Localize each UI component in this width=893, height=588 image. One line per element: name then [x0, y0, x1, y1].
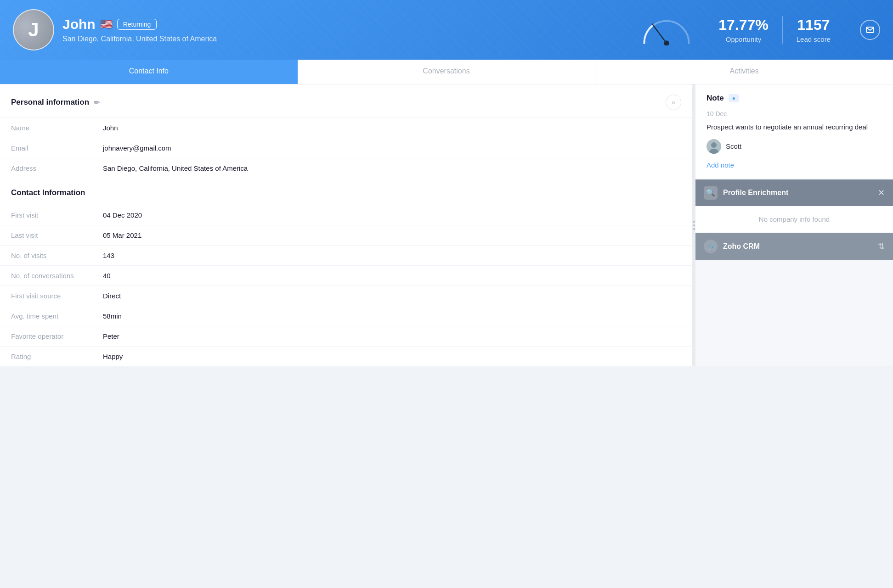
- tab-activities[interactable]: Activities: [595, 60, 893, 84]
- avatar: J: [13, 9, 54, 50]
- enrichment-header-left: 🔍 Profile Enrichment: [704, 186, 788, 200]
- personal-info-table: Name John Email johnavery@gmail.com Addr…: [0, 118, 692, 178]
- field-value: 05 Mar 2021: [92, 225, 692, 246]
- field-value: John: [92, 118, 692, 138]
- note-section: Note ● 10 Dec Prospect wants to negotiat…: [695, 84, 893, 179]
- opportunity-label: Opportunity: [718, 35, 769, 43]
- profile-enrichment-section: 🔍 Profile Enrichment ✕ No company info f…: [695, 179, 893, 232]
- field-value: Happy: [92, 347, 692, 367]
- enrichment-icon: 🔍: [704, 186, 718, 200]
- field-value: 40: [92, 266, 692, 286]
- field-label: Address: [0, 158, 92, 179]
- field-value: San Diego, California, United States of …: [92, 158, 692, 179]
- field-label: No. of conversations: [0, 266, 92, 286]
- flag-icon: 🇺🇸: [100, 18, 113, 30]
- note-badge: ●: [729, 94, 739, 102]
- header-stats: 17.77% Opportunity 1157 Lead score: [705, 16, 844, 44]
- resize-handle[interactable]: [693, 84, 695, 366]
- main-layout: Personal information ✏ » Name John Email…: [0, 84, 893, 366]
- table-row: First visit 04 Dec 2020: [0, 205, 692, 225]
- svg-line-0: [652, 24, 667, 43]
- opportunity-stat: 17.77% Opportunity: [705, 17, 782, 43]
- zoho-crm-section: 🔗 Zoho CRM ⇅: [695, 233, 893, 260]
- field-label: First visit source: [0, 286, 92, 306]
- enrichment-title: Profile Enrichment: [723, 189, 788, 197]
- enrichment-header[interactable]: 🔍 Profile Enrichment ✕: [695, 179, 893, 206]
- zoho-header[interactable]: 🔗 Zoho CRM ⇅: [695, 233, 893, 260]
- note-author: Scott: [706, 139, 882, 154]
- zoho-expand-icon: ⇅: [878, 241, 885, 252]
- right-panel: Note ● 10 Dec Prospect wants to negotiat…: [695, 84, 893, 366]
- tabs-bar: Contact Info Conversations Activities: [0, 60, 893, 84]
- lead-score-label: Lead score: [797, 35, 831, 43]
- left-panel: Personal information ✏ » Name John Email…: [0, 84, 693, 366]
- table-row: Email johnavery@gmail.com: [0, 138, 692, 158]
- field-label: No. of visits: [0, 246, 92, 266]
- opportunity-gauge: [637, 14, 696, 45]
- field-label: Name: [0, 118, 92, 138]
- lead-score-value: 1157: [797, 17, 831, 34]
- svg-point-4: [711, 142, 717, 148]
- table-row: Avg. time spent 58min: [0, 306, 692, 326]
- field-value: 58min: [92, 306, 692, 326]
- add-note-button[interactable]: Add note: [706, 161, 734, 169]
- returning-badge: Returning: [117, 19, 157, 30]
- header-info: John 🇺🇸 Returning San Diego, California,…: [62, 17, 628, 43]
- table-row: Last visit 05 Mar 2021: [0, 225, 692, 246]
- zoho-header-left: 🔗 Zoho CRM: [704, 240, 760, 253]
- email-button[interactable]: [860, 20, 880, 40]
- personal-info-title: Personal information ✏: [11, 98, 100, 107]
- expand-button[interactable]: »: [666, 95, 681, 110]
- note-date: 10 Dec: [706, 110, 882, 118]
- field-label: First visit: [0, 205, 92, 225]
- field-label: Email: [0, 138, 92, 158]
- gauge-svg: [639, 14, 694, 45]
- field-label: Rating: [0, 347, 92, 367]
- zoho-title: Zoho CRM: [723, 242, 760, 251]
- enrichment-body: No company info found: [695, 206, 893, 232]
- table-row: Address San Diego, California, United St…: [0, 158, 692, 179]
- table-row: Rating Happy: [0, 347, 692, 367]
- header: J John 🇺🇸 Returning San Diego, Californi…: [0, 0, 893, 60]
- contact-info-table: First visit 04 Dec 2020 Last visit 05 Ma…: [0, 205, 692, 366]
- field-label: Avg. time spent: [0, 306, 92, 326]
- contact-info-title: Contact Information: [0, 178, 692, 205]
- field-label: Favorite operator: [0, 326, 92, 347]
- field-value: 04 Dec 2020: [92, 205, 692, 225]
- note-text: Prospect wants to negotiate an annual re…: [706, 122, 882, 133]
- enrichment-collapse-icon: ✕: [878, 188, 885, 198]
- no-company-info-text: No company info found: [759, 215, 830, 223]
- contact-name: John: [62, 17, 96, 32]
- zoho-icon: 🔗: [704, 240, 718, 253]
- note-title: Note: [706, 94, 724, 103]
- author-avatar: [706, 139, 721, 154]
- opportunity-value: 17.77%: [718, 17, 769, 34]
- tab-contact-info[interactable]: Contact Info: [0, 60, 298, 84]
- field-label: Last visit: [0, 225, 92, 246]
- contact-location: San Diego, California, United States of …: [62, 35, 628, 43]
- table-row: First visit source Direct: [0, 286, 692, 306]
- field-value: Peter: [92, 326, 692, 347]
- tab-conversations[interactable]: Conversations: [298, 60, 595, 84]
- field-value: 143: [92, 246, 692, 266]
- field-value: johnavery@gmail.com: [92, 138, 692, 158]
- note-header: Note ●: [706, 94, 882, 103]
- personal-info-header: Personal information ✏ »: [0, 84, 692, 118]
- table-row: Name John: [0, 118, 692, 138]
- table-row: No. of conversations 40: [0, 266, 692, 286]
- edit-icon[interactable]: ✏: [94, 98, 100, 107]
- lead-score-stat: 1157 Lead score: [783, 17, 844, 43]
- author-name: Scott: [726, 142, 741, 150]
- field-value: Direct: [92, 286, 692, 306]
- table-row: Favorite operator Peter: [0, 326, 692, 347]
- table-row: No. of visits 143: [0, 246, 692, 266]
